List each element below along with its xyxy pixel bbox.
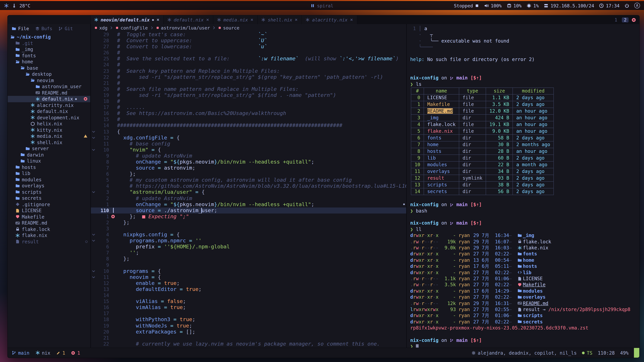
cpu-widget[interactable]: 1% bbox=[526, 3, 539, 8]
folder-icon bbox=[36, 84, 40, 89]
tree-item[interactable]: flake.nix bbox=[8, 232, 90, 239]
tree-item[interactable]: lib bbox=[8, 170, 90, 176]
cursor-position: 110:28 bbox=[598, 350, 615, 356]
tree-item[interactable]: development.nix bbox=[8, 114, 90, 121]
tree-item[interactable]: .git bbox=[8, 40, 90, 46]
shell-command: ❯ ls bbox=[410, 81, 639, 87]
tree-item[interactable]: neovim bbox=[8, 77, 90, 83]
tree-item[interactable]: helix.nix bbox=[8, 121, 90, 127]
breadcrumb-item[interactable]: source bbox=[218, 25, 240, 30]
keyboard-layout-badge[interactable]: A bbox=[634, 3, 640, 8]
tree-item[interactable]: server bbox=[8, 145, 90, 152]
permissions: .rw-r--r-- bbox=[410, 300, 440, 306]
tabpage-1[interactable]: 1 bbox=[613, 17, 619, 22]
tree-item[interactable]: Makefile bbox=[8, 214, 90, 220]
thermometer-icon bbox=[12, 3, 16, 8]
tree-item[interactable]: README.md bbox=[8, 220, 90, 226]
file-size: - bbox=[440, 269, 458, 276]
file-size: - bbox=[440, 313, 458, 319]
tree-item[interactable]: shell.nix bbox=[8, 139, 90, 145]
buffer-tab[interactable]: shell.nix bbox=[258, 15, 302, 24]
recording-status[interactable]: Stopped bbox=[454, 3, 479, 8]
buffer-tab[interactable]: default.nix bbox=[164, 15, 213, 24]
file-name: README.md bbox=[523, 300, 548, 306]
shell-prompt: nix-config on main [$⇡] bbox=[410, 75, 639, 81]
file-tree[interactable]: ~/nix-config.git_imgfontshomebasedesktop… bbox=[8, 32, 90, 348]
tree-item[interactable]: result○ bbox=[8, 239, 90, 245]
tree-item[interactable]: hosts bbox=[8, 164, 90, 170]
git-branch-indicator[interactable]: main bbox=[12, 350, 29, 356]
buffer-tab[interactable]: alacritty.nix bbox=[302, 15, 357, 24]
code-line: 14 bbox=[91, 292, 406, 298]
nix-icon bbox=[30, 109, 35, 114]
permissions: .rw-r--r-- bbox=[410, 245, 440, 251]
code-text: # ...... bbox=[117, 104, 145, 110]
tree-item[interactable]: ~/nix-config bbox=[8, 34, 90, 40]
breadcrumb-item[interactable]: astronvim/lua/user bbox=[156, 25, 210, 30]
file-name: fonts bbox=[523, 251, 537, 257]
clock-widget[interactable]: 17:34 bbox=[599, 3, 620, 8]
network-icon bbox=[544, 3, 548, 8]
code-icon bbox=[518, 270, 522, 275]
tree-item[interactable]: media.nix bbox=[8, 133, 90, 139]
pause-icon[interactable] bbox=[310, 3, 314, 7]
buffer-tab[interactable]: neovim/default.nix● bbox=[90, 15, 164, 24]
tree-item[interactable]: flake.lock bbox=[8, 226, 90, 232]
tree-item[interactable]: .gitignore bbox=[8, 201, 90, 207]
diagnostics-error-indicator[interactable]: 1 bbox=[71, 350, 80, 356]
tree-item[interactable]: base bbox=[8, 65, 90, 71]
tree-item[interactable]: default.nix● bbox=[8, 96, 90, 102]
explorer-tab-bufs[interactable]: Bufs bbox=[35, 26, 52, 31]
tree-item[interactable]: README.md bbox=[8, 90, 90, 96]
tree-item[interactable]: _img bbox=[8, 46, 90, 52]
file-owner: ryan bbox=[458, 251, 473, 257]
tree-item-label: shell.nix bbox=[37, 140, 62, 145]
tree-item[interactable]: overlays bbox=[8, 183, 90, 189]
file-owner: ryan bbox=[458, 263, 473, 269]
tree-item[interactable]: alacritty.nix bbox=[8, 102, 90, 108]
scrollbar-marker[interactable] bbox=[403, 203, 405, 205]
disk-widget[interactable]: 10% bbox=[507, 3, 522, 8]
code-line: 9 # update AstroNvim bbox=[91, 153, 406, 159]
nix-icon bbox=[217, 18, 221, 22]
tree-item-label: flake.lock bbox=[22, 227, 50, 232]
file-list-row: lrwxrwxrwx93ryan27 7月 02:55—result → /ni… bbox=[410, 306, 639, 313]
tree-item[interactable]: fonts bbox=[8, 52, 90, 59]
explorer-tab-file[interactable]: File bbox=[12, 26, 29, 31]
breadcrumb-item[interactable]: configFile bbox=[116, 25, 148, 30]
line-number: 6 bbox=[96, 244, 109, 250]
speaker-icon bbox=[484, 3, 489, 8]
buffer-tab[interactable]: media.nix bbox=[213, 15, 258, 24]
tree-item[interactable]: secrets bbox=[8, 195, 90, 201]
tree-item[interactable]: astronvim_user bbox=[8, 83, 90, 90]
tree-item-label: media.nix bbox=[37, 134, 62, 139]
tree-item[interactable]: desktop bbox=[8, 71, 90, 77]
code-line: 16# See https://astronvim.com/Basic%20Us… bbox=[91, 110, 406, 116]
volume-widget[interactable]: 100% bbox=[484, 3, 502, 8]
network-widget[interactable]: 192.168.5.100/24 bbox=[544, 3, 594, 8]
tree-item[interactable]: LICENSE bbox=[8, 207, 90, 214]
tree-item[interactable]: kitty.nix bbox=[8, 127, 90, 133]
tree-item[interactable]: home bbox=[8, 59, 90, 65]
file-list-row: drwxr-xr-x-ryan27 7月 02:22—fonts bbox=[410, 251, 639, 257]
power-icon[interactable] bbox=[624, 3, 629, 8]
tree-item[interactable]: scripts bbox=[8, 189, 90, 195]
terminal-pane[interactable]: 1 │ a · ┬ · ╰── executable was not found… bbox=[407, 24, 639, 348]
tree-item[interactable]: modules bbox=[8, 176, 90, 183]
tabpage-2[interactable]: 2 bbox=[622, 17, 628, 22]
chev-d-icon bbox=[92, 148, 95, 151]
code-area[interactable]: 29# Toggle text's case: `~`28# Convert t… bbox=[91, 31, 406, 348]
breadcrumb-item[interactable]: xdg bbox=[94, 25, 108, 30]
explorer-tab-git[interactable]: Git bbox=[58, 26, 73, 31]
close-button[interactable] bbox=[632, 17, 636, 22]
tree-item[interactable]: default.nix bbox=[8, 108, 90, 114]
tree-item[interactable]: darwin bbox=[8, 152, 90, 158]
permissions: .rw-r--r-- bbox=[410, 282, 440, 288]
file-size: - bbox=[440, 288, 458, 294]
code-line: 12 xdg.configFile = { bbox=[91, 135, 406, 141]
file-owner: ryan bbox=[458, 257, 473, 263]
file-owner: ryan bbox=[458, 300, 473, 306]
line-number: 6 bbox=[96, 171, 109, 177]
folder-icon bbox=[518, 289, 522, 293]
tree-item[interactable]: linux bbox=[8, 158, 90, 164]
